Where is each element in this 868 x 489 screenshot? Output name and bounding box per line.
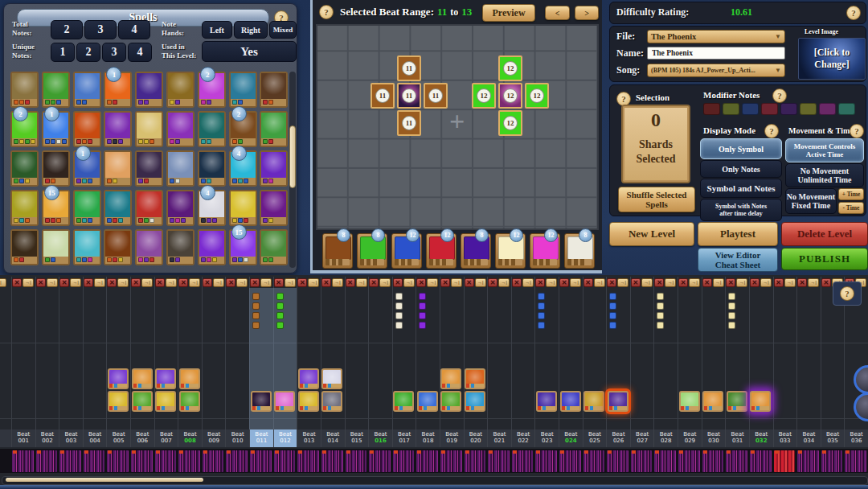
delete-beat-button[interactable]: ✕ [416,278,426,287]
file-dropdown[interactable]: The Phoenix ▼ [647,30,785,43]
beat-label[interactable]: Beat026 [606,429,630,447]
beat-label[interactable]: Beat003 [59,429,83,447]
beat-label[interactable]: Beat015 [345,429,369,447]
timeline-spell-icon[interactable] [440,391,461,412]
spell-card[interactable]: 2 [229,111,257,147]
modifier-note[interactable] [723,103,739,115]
timeline-spell-icon[interactable] [321,368,342,389]
beat-grid-tile[interactable]: 11 [397,83,421,109]
timeline-spell-icon[interactable] [132,391,153,412]
spell-card[interactable] [135,111,163,147]
timeline-note[interactable] [252,293,260,300]
beat-grid-tile[interactable]: 12 [525,83,549,109]
delete-beat-button[interactable]: ✕ [440,278,450,287]
delete-beat-button[interactable]: ✕ [84,278,93,287]
timeline-note[interactable] [419,302,426,310]
delete-beat-button[interactable]: ✕ [654,278,664,287]
spell-card[interactable]: 4 [198,190,226,226]
filter-unique-1[interactable]: 1 [51,43,75,62]
delete-beat-button[interactable]: ✕ [535,278,545,287]
timeline-note[interactable] [252,322,260,329]
spell-card[interactable] [260,111,288,147]
beat-label[interactable]: Beat006 [130,429,154,447]
shard-card[interactable]: 8 [461,233,491,269]
beat-label[interactable]: Beat035 [821,429,845,447]
shard-card[interactable]: 12 [426,233,457,269]
spell-card[interactable] [260,190,288,226]
spell-card[interactable] [10,190,39,226]
spell-card[interactable] [42,150,70,187]
timeline-note[interactable] [276,322,284,329]
timeline-spell-icon[interactable] [155,368,176,389]
display-mode-symbol-and-notes[interactable]: Symbol and Notes [700,179,782,198]
beat-label[interactable]: Beat023 [534,429,559,447]
skip-beat-button[interactable]: →| [498,278,510,287]
skip-beat-button[interactable]: →| [594,278,605,287]
beat-label[interactable]: Beat032 [749,429,773,447]
filter-hand-right[interactable]: Right [234,21,268,39]
spell-card[interactable] [166,229,194,265]
delete-beat-button[interactable]: ✕ [512,278,522,287]
subtract-time-button[interactable]: - Time [838,202,864,214]
spell-card[interactable] [10,72,39,108]
skip-beat-button[interactable]: →| [665,278,676,287]
view-cheat-sheet-button[interactable]: View Editor Cheat Sheet [698,248,778,272]
delete-beat-button[interactable]: ✕ [131,278,141,287]
timeline-spell-icon[interactable] [440,368,461,389]
timeline-spell-icon-partial[interactable] [854,392,868,421]
timeline-note[interactable] [395,312,403,319]
beat-label[interactable]: Beat005 [106,429,130,447]
beat-grid-tile[interactable]: 11 [397,55,421,81]
spell-card[interactable]: 1 [104,72,132,108]
skip-beat-button[interactable]: →| [808,278,819,287]
prev-beat-button[interactable]: < [545,6,570,20]
spell-card[interactable] [135,72,163,108]
delete-beat-button[interactable]: ✕ [250,278,260,287]
beat-label[interactable]: Beat031 [725,429,749,447]
help-icon[interactable]: ? [319,5,334,19]
spell-card[interactable] [198,150,226,187]
filter-unique-4[interactable]: 4 [128,43,152,62]
skip-beat-button[interactable]: →| [451,278,462,287]
timeline-note[interactable] [609,312,616,319]
beat-grid-tile[interactable]: 12 [498,83,522,109]
modifier-note[interactable] [838,103,855,115]
delete-beat-button[interactable]: ✕ [107,278,117,287]
spell-scrollbar-track[interactable] [289,72,296,268]
timeline-spell-icon[interactable] [536,391,557,412]
modifier-note[interactable] [761,103,778,115]
beat-label[interactable]: Beat034 [796,429,821,447]
filter-used-toggle[interactable]: Yes [202,41,297,62]
spell-card[interactable] [166,72,194,108]
filter-total-4[interactable]: 4 [118,20,150,39]
spell-card[interactable] [73,190,101,226]
spell-card[interactable] [73,111,101,147]
timeline-note[interactable] [728,312,735,319]
spell-card[interactable] [10,229,39,265]
timeline-spell-icon[interactable] [251,391,272,412]
skip-beat-button[interactable]: →| [94,278,105,287]
spell-card[interactable] [260,229,288,265]
spell-card[interactable]: 15 [229,229,257,265]
modifier-note[interactable] [742,103,759,115]
timeline-note[interactable] [609,302,616,310]
delete-level-button[interactable]: Delete Level [781,222,868,246]
modifier-note[interactable] [800,103,817,115]
timeline-spell-icon[interactable] [702,391,723,412]
spell-card[interactable]: 2 [10,111,39,147]
spell-card[interactable] [104,190,132,226]
timeline-note[interactable] [419,312,426,319]
help-icon[interactable]: ? [846,6,861,20]
timeline-note[interactable] [395,293,403,300]
spell-card[interactable] [104,150,132,187]
beat-label[interactable]: Beat036 [844,429,868,447]
name-field[interactable] [647,47,785,60]
delete-beat-button[interactable]: ✕ [178,278,188,287]
timeline-spell-icon[interactable] [465,391,485,412]
timeline-spell-icon[interactable] [321,391,342,412]
beat-label[interactable]: Beat013 [297,429,321,447]
beat-grid-tile[interactable]: 12 [472,83,496,109]
modifier-note[interactable] [780,103,797,115]
skip-beat-button[interactable]: →| [689,278,700,287]
timeline-note[interactable] [609,322,616,329]
